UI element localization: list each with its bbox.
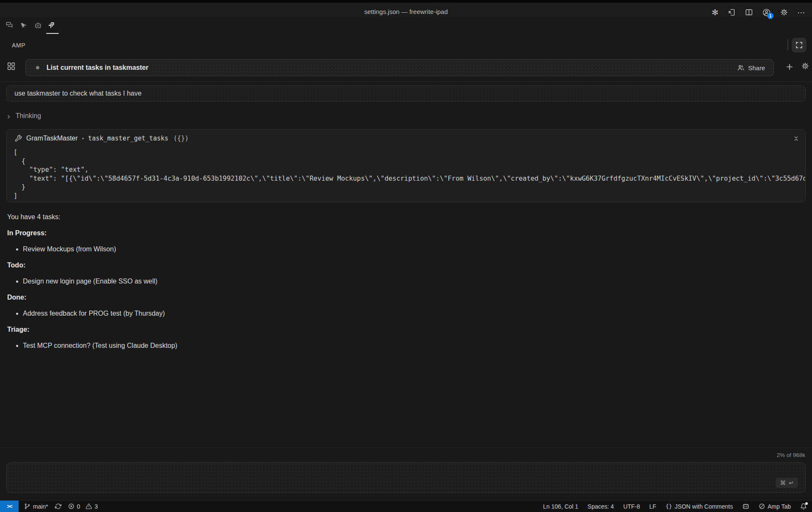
share-label: Share xyxy=(748,64,765,72)
task-item: Design new login page (Enable SSO as wel… xyxy=(23,276,685,286)
composer-divider xyxy=(0,448,812,448)
branch-icon xyxy=(24,503,30,509)
collapse-output-icon[interactable] xyxy=(793,135,799,142)
tool-output-line: [ xyxy=(14,148,805,157)
chat-settings-gear-icon[interactable] xyxy=(801,62,809,70)
git-branch-indicator[interactable]: main* xyxy=(24,503,48,510)
indentation-indicator[interactable]: Spaces: 4 xyxy=(587,503,614,510)
braces-icon: {} xyxy=(666,503,672,509)
chevron-right-icon: › xyxy=(7,112,10,120)
task-list: Review Mockups (from Wilson) xyxy=(7,244,685,254)
eol-indicator[interactable]: LF xyxy=(649,503,656,510)
status-bar: >< main* 0 3 Ln 106, xyxy=(0,500,812,512)
line-col-indicator[interactable]: Ln 106, Col 1 xyxy=(543,503,578,510)
new-thread-button[interactable] xyxy=(785,62,794,72)
task-item: Test MCP connection? (Test using Claude … xyxy=(23,341,685,351)
context-usage: 2% of 968k xyxy=(776,452,805,458)
tool-separator: • xyxy=(82,135,84,142)
more-actions-icon[interactable]: ⋯ xyxy=(797,8,805,17)
submit-shortcut-hint: ⌘ ↵ xyxy=(776,478,798,488)
header-divider xyxy=(0,81,812,82)
tab-amp-icon[interactable] xyxy=(49,19,56,30)
task-list: Design new login page (Enable SSO as wel… xyxy=(7,276,685,286)
assistant-response: You have 4 tasks: In Progress: Review Mo… xyxy=(7,212,685,357)
amp-tab-indicator[interactable]: Amp Tab xyxy=(759,503,791,510)
section-heading: Todo: xyxy=(7,260,685,270)
tool-output-line: "text": "[{\"id\":\"58d4657f-5d31-4c3a-9… xyxy=(14,174,805,183)
return-key-icon: ↵ xyxy=(789,479,794,486)
tab-comments-icon[interactable] xyxy=(5,19,13,30)
tool-call-block: GramTaskMaster • task_master_get_tasks (… xyxy=(6,129,806,202)
branch-name: main* xyxy=(33,503,48,510)
problems-indicator[interactable]: 0 3 xyxy=(68,503,98,510)
tool-args: ({}) xyxy=(173,135,189,142)
slash-circle-icon xyxy=(759,503,765,509)
threads-grid-icon[interactable] xyxy=(7,62,16,71)
account-badge: 1 xyxy=(767,13,774,19)
message-input[interactable]: ⌘ ↵ xyxy=(6,462,806,493)
sync-indicator[interactable] xyxy=(55,503,61,509)
section-heading: In Progress: xyxy=(7,228,685,238)
notification-dot xyxy=(805,502,808,505)
share-button[interactable]: Share xyxy=(737,64,765,72)
error-count: 0 xyxy=(77,503,80,510)
users-icon xyxy=(737,64,745,72)
panel-tab-bar xyxy=(5,19,56,30)
language-name: JSON with Comments xyxy=(675,503,733,510)
tool-output-line: ] xyxy=(14,192,805,201)
task-item: Review Mockups (from Wilson) xyxy=(23,244,685,254)
response-intro: You have 4 tasks: xyxy=(7,212,685,222)
remote-indicator[interactable]: >< xyxy=(0,501,19,512)
window-title: settings.json — freewrite-ipad xyxy=(0,5,812,19)
sync-icon xyxy=(55,503,61,509)
split-editor-icon[interactable] xyxy=(745,8,753,17)
header-separator xyxy=(787,39,788,50)
tab-robot-icon[interactable] xyxy=(34,19,42,30)
tool-output: [ { "type": "text", "text": "[{\"id\":\"… xyxy=(14,148,805,200)
tool-output-line: "type": "text", xyxy=(14,165,805,174)
warning-count: 3 xyxy=(95,503,98,510)
notifications-bell[interactable] xyxy=(800,503,807,510)
expand-panel-button[interactable] xyxy=(792,38,807,52)
panel-title: AMP xyxy=(12,42,25,49)
wrench-icon xyxy=(14,135,22,142)
tool-output-line: } xyxy=(14,183,805,192)
warning-icon xyxy=(85,503,92,509)
thread-title: List current tasks in taskmaster xyxy=(47,64,737,72)
settings-gear-icon[interactable] xyxy=(780,8,788,17)
account-icon[interactable]: 1 xyxy=(762,8,771,17)
tab-kangaroo-icon[interactable] xyxy=(20,19,27,30)
encoding-indicator[interactable]: UTF-8 xyxy=(623,503,640,510)
task-list: Address feedback for PROG test (by Thurs… xyxy=(7,308,685,319)
file-arrow-icon[interactable] xyxy=(727,8,736,17)
thread-status-dot xyxy=(36,66,39,69)
tool-name: task_master_get_tasks xyxy=(88,135,168,142)
section-heading: Triage: xyxy=(7,325,685,335)
user-message-text: use taskmaster to check what tasks I hav… xyxy=(14,90,142,97)
task-list: Test MCP connection? (Test using Claude … xyxy=(7,341,685,351)
thinking-label: Thinking xyxy=(16,112,41,120)
title-bar-actions: ✻ 1 ⋯ xyxy=(712,5,805,19)
amp-tab-label: Amp Tab xyxy=(768,503,791,510)
amp-robot-icon[interactable] xyxy=(742,503,749,510)
title-bar: settings.json — freewrite-ipad ✻ 1 xyxy=(0,0,812,17)
task-item: Address feedback for PROG test (by Thurs… xyxy=(23,308,685,319)
tool-call-header: GramTaskMaster • task_master_get_tasks (… xyxy=(14,135,788,142)
tool-server-name: GramTaskMaster xyxy=(26,135,78,142)
tool-output-line: { xyxy=(14,157,805,166)
section-heading: Done: xyxy=(7,292,685,303)
assistant-swirl-icon[interactable]: ✻ xyxy=(712,8,719,17)
user-message[interactable]: use taskmaster to check what tasks I hav… xyxy=(6,85,806,102)
thinking-toggle[interactable]: › Thinking xyxy=(7,112,41,120)
error-icon xyxy=(68,503,74,509)
language-indicator[interactable]: {} JSON with Comments xyxy=(666,503,733,510)
thread-selector[interactable]: List current tasks in taskmaster Share xyxy=(25,59,774,76)
command-key-icon: ⌘ xyxy=(780,479,786,486)
